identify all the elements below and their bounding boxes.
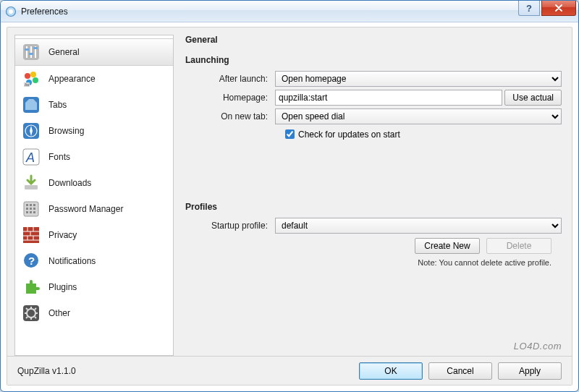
app-icon <box>5 6 17 17</box>
sidebar-item-label: Tabs <box>48 100 67 110</box>
compass-icon <box>21 121 41 141</box>
sidebar-item-label: Privacy <box>48 230 77 240</box>
launching-heading: Launching <box>185 55 562 65</box>
svg-rect-30 <box>33 211 35 213</box>
sidebar-item-notifications[interactable]: ? Notifications <box>15 248 173 274</box>
check-updates-checkbox[interactable] <box>285 129 295 139</box>
svg-point-11 <box>33 77 38 83</box>
puzzle-icon <box>21 277 41 297</box>
brick-wall-icon <box>21 225 41 245</box>
homepage-input[interactable] <box>275 90 502 106</box>
gear-icon <box>21 303 41 323</box>
main-panel: General Launching After launch: Open hom… <box>174 27 572 356</box>
svg-rect-26 <box>30 208 32 210</box>
download-icon <box>21 173 41 193</box>
font-icon: A <box>21 147 41 167</box>
svg-point-1 <box>9 9 13 14</box>
svg-line-49 <box>35 317 36 318</box>
sidebar-item-label: Other <box>48 308 70 318</box>
sliders-icon <box>21 42 41 62</box>
svg-text:A: A <box>25 150 35 165</box>
profiles-heading: Profiles <box>185 202 562 212</box>
sidebar-item-fonts[interactable]: A Fonts <box>15 144 173 170</box>
sidebar-item-tabs[interactable]: Tabs <box>15 92 173 118</box>
preferences-window: Preferences ? General Aa Appearance <box>0 0 579 392</box>
sidebar-item-other[interactable]: Other <box>15 300 173 326</box>
on-new-tab-label: On new tab: <box>206 111 275 122</box>
sidebar-item-label: Appearance <box>48 74 96 84</box>
help-button[interactable]: ? <box>518 1 540 16</box>
client-area: General Aa Appearance Tabs Browsing A Fo… <box>7 27 572 385</box>
sidebar-item-general[interactable]: General <box>15 38 173 66</box>
sidebar-item-label: Browsing <box>48 126 84 136</box>
sidebar-item-label: General <box>48 47 80 57</box>
svg-rect-29 <box>30 211 32 213</box>
sidebar-item-appearance[interactable]: Aa Appearance <box>15 66 173 92</box>
palette-icon: Aa <box>21 69 41 89</box>
sidebar-item-plugins[interactable]: Plugins <box>15 274 173 300</box>
svg-rect-27 <box>33 208 35 210</box>
tabs-icon <box>21 95 41 115</box>
svg-rect-3 <box>26 46 28 58</box>
svg-rect-28 <box>26 211 28 213</box>
svg-rect-6 <box>25 48 29 51</box>
sidebar-item-label: Fonts <box>48 152 70 162</box>
use-actual-button[interactable]: Use actual <box>504 90 562 106</box>
page-heading: General <box>185 35 562 45</box>
sidebar-item-browsing[interactable]: Browsing <box>15 118 173 144</box>
svg-rect-25 <box>26 208 28 210</box>
svg-rect-22 <box>26 204 28 206</box>
svg-rect-23 <box>30 204 32 206</box>
titlebar[interactable]: Preferences ? <box>1 1 578 22</box>
startup-profile-label: Startup profile: <box>206 221 275 231</box>
after-launch-label: After launch: <box>206 74 275 84</box>
svg-line-51 <box>26 317 28 318</box>
apply-button[interactable]: Apply <box>498 362 562 380</box>
sidebar-item-label: Downloads <box>48 178 91 188</box>
svg-rect-7 <box>29 53 33 55</box>
svg-point-10 <box>30 72 36 77</box>
homepage-label: Homepage: <box>206 93 275 103</box>
sidebar-item-label: Notifications <box>48 256 96 266</box>
check-updates-label: Check for updates on start <box>298 129 400 140</box>
sidebar: General Aa Appearance Tabs Browsing A Fo… <box>14 35 174 356</box>
close-button[interactable] <box>541 1 576 16</box>
svg-rect-8 <box>33 47 38 49</box>
svg-rect-24 <box>33 204 35 206</box>
question-bubble-icon: ? <box>21 251 41 271</box>
sidebar-item-label: Password Manager <box>48 204 123 214</box>
svg-rect-4 <box>30 46 32 58</box>
svg-line-50 <box>35 308 36 310</box>
profile-note: Note: You cannot delete active profile. <box>185 258 551 267</box>
create-new-button[interactable]: Create New <box>415 238 480 254</box>
window-title: Preferences <box>21 7 68 17</box>
delete-button: Delete <box>486 238 551 254</box>
version-label: QupZilla v1.1.0 <box>17 366 76 376</box>
svg-line-48 <box>26 308 28 310</box>
sidebar-item-privacy[interactable]: Privacy <box>15 222 173 248</box>
svg-rect-20 <box>25 185 38 189</box>
sidebar-item-password-manager[interactable]: Password Manager <box>15 196 173 222</box>
ok-button[interactable]: OK <box>359 362 423 380</box>
svg-point-9 <box>25 73 30 79</box>
sidebar-item-label: Plugins <box>48 282 77 292</box>
after-launch-select[interactable]: Open homepage <box>275 71 562 87</box>
keypad-icon <box>21 199 41 219</box>
startup-profile-select[interactable]: default <box>275 218 562 234</box>
sidebar-item-downloads[interactable]: Downloads <box>15 170 173 196</box>
svg-text:Aa: Aa <box>25 82 29 87</box>
cancel-button[interactable]: Cancel <box>428 362 492 380</box>
svg-rect-31 <box>23 227 39 243</box>
svg-text:?: ? <box>28 255 35 267</box>
on-new-tab-select[interactable]: Open speed dial <box>275 108 562 124</box>
dialog-footer: QupZilla v1.1.0 OK Cancel Apply <box>7 356 572 385</box>
